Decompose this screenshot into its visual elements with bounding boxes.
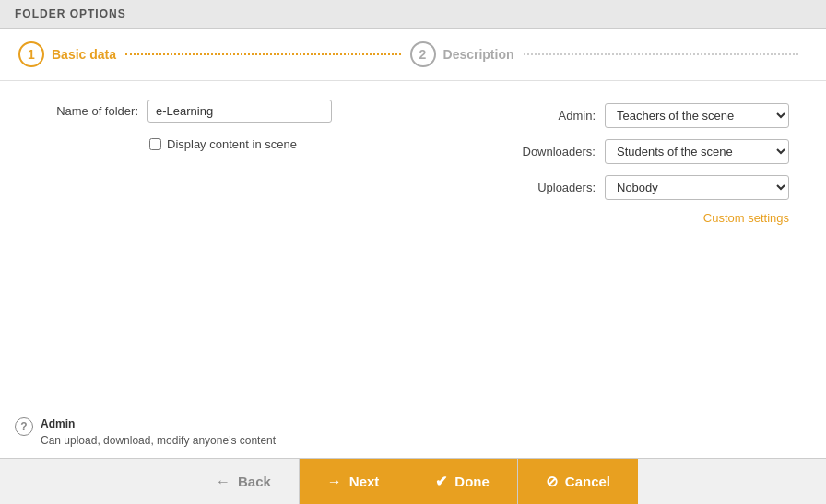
admin-label: Admin: xyxy=(513,109,596,123)
content-area: Name of folder: Display content in scene… xyxy=(0,81,826,243)
step-2: 2 Description xyxy=(410,41,514,67)
step-2-dots xyxy=(524,53,798,55)
right-section: Admin: Teachers of the scene Students of… xyxy=(441,100,789,225)
display-content-label: Display content in scene xyxy=(167,137,297,151)
cancel-button[interactable]: ⊘ Cancel xyxy=(518,459,638,504)
back-arrow-icon: ← xyxy=(216,474,230,490)
custom-settings-link[interactable]: Custom settings xyxy=(703,211,789,225)
step-2-circle: 2 xyxy=(410,41,436,67)
back-button[interactable]: ← Back xyxy=(188,459,299,504)
page-header: FOLDER OPTIONS xyxy=(0,0,826,29)
folder-name-row: Name of folder: xyxy=(37,100,385,123)
next-arrow-icon: → xyxy=(327,474,342,490)
cancel-icon: ⊘ xyxy=(546,473,558,490)
help-description: Can upload, download, modify anyone's co… xyxy=(41,432,276,449)
step-1: 1 Basic data xyxy=(18,41,116,67)
admin-row: Admin: Teachers of the scene Students of… xyxy=(441,103,789,128)
help-icon: ? xyxy=(15,417,33,436)
step-1-dots xyxy=(125,53,400,55)
checkmark-icon: ✔ xyxy=(435,473,447,490)
next-button[interactable]: → Next xyxy=(300,459,407,504)
next-label: Next xyxy=(349,474,380,489)
downloaders-select[interactable]: Students of the scene Teachers of the sc… xyxy=(605,139,789,164)
uploaders-select[interactable]: Nobody Teachers of the scene Students of… xyxy=(605,175,789,200)
downloaders-row: Downloaders: Students of the scene Teach… xyxy=(441,139,789,164)
wizard-steps: 1 Basic data 2 Description xyxy=(0,29,826,81)
folder-name-input[interactable] xyxy=(148,100,332,123)
folder-name-label: Name of folder: xyxy=(37,104,138,118)
downloaders-label: Downloaders: xyxy=(513,145,596,158)
step-1-label: Basic data xyxy=(52,47,116,62)
uploaders-label: Uploaders: xyxy=(513,181,596,194)
cancel-label: Cancel xyxy=(565,474,610,489)
help-section: ? Admin Can upload, download, modify any… xyxy=(15,416,276,449)
step-1-circle: 1 xyxy=(18,41,44,67)
done-button[interactable]: ✔ Done xyxy=(407,459,517,504)
page-title: FOLDER OPTIONS xyxy=(15,7,126,20)
help-title: Admin xyxy=(41,416,276,432)
step-2-label: Description xyxy=(443,47,514,62)
display-content-checkbox[interactable] xyxy=(149,138,161,150)
footer: ← Back → Next ✔ Done ⊘ Cancel xyxy=(0,458,826,504)
help-text: Admin Can upload, download, modify anyon… xyxy=(41,416,276,449)
uploaders-row: Uploaders: Nobody Teachers of the scene … xyxy=(441,175,789,200)
admin-select[interactable]: Teachers of the scene Students of the sc… xyxy=(605,103,789,128)
left-section: Name of folder: Display content in scene xyxy=(37,100,385,225)
done-label: Done xyxy=(454,474,490,489)
display-content-row: Display content in scene xyxy=(37,137,385,151)
back-label: Back xyxy=(238,474,271,489)
